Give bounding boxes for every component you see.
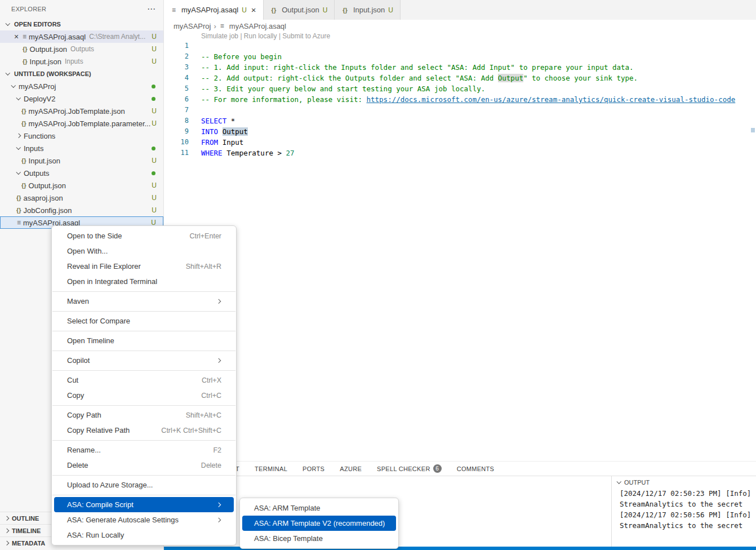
line-number: 5 [164,83,189,94]
submenu-item-asa-arm-template[interactable]: ASA: ARM Template [240,500,398,516]
code-editor[interactable]: 12-- Before you begin3-- 1. Add input: r… [164,41,756,158]
editor-tab-myasaproj-asaql[interactable]: ≡myASAProj.asaqlU× [164,0,264,20]
menu-item-open-timeline[interactable]: Open Timeline [52,333,236,348]
line-number: 1 [164,41,189,51]
menu-item-upload-to-azure-storage[interactable]: Upload to Azure Storage... [52,477,236,493]
code-line: 2-- Before you begin [164,51,756,62]
git-status-badge: U [242,6,247,14]
submenu-item-asa-bicep-template[interactable]: ASA: Bicep Template [240,531,398,546]
menu-item-reveal-in-file-explorer[interactable]: Reveal in File ExplorerShift+Alt+R [52,259,236,274]
code-token: WHERE [201,149,223,157]
tree-item-deployv2[interactable]: DeployV2 [0,92,163,105]
code-line: 10FROM Input [164,137,756,148]
tree-item-inputs[interactable]: Inputs [0,142,163,154]
chevron-down-icon [15,170,21,176]
menu-item-label: Open in Integrated Terminal [67,277,157,286]
chevron-down-icon [15,145,21,152]
breadcrumb-folder[interactable]: myASAProj [174,22,211,30]
chevron-right-icon [215,357,221,363]
line-number: 8 [164,116,189,126]
tree-item-myasaproj-jobtemplate-json[interactable]: {}myASAProj.JobTemplate.jsonU [0,105,163,117]
menu-item-label: Cut [67,376,78,384]
git-status-badge: U [152,119,157,127]
menu-item-label: ASA: ARM Template V2 (recommended) [254,519,385,527]
code-token: 27 [286,149,295,157]
breadcrumb-file[interactable]: myASAProj.asaql [229,22,286,30]
menu-item-select-for-compare[interactable]: Select for Compare [52,313,236,329]
menu-item-open-in-integrated-terminal[interactable]: Open in Integrated Terminal [52,274,236,289]
menu-separator [52,351,235,351]
tree-item-myasaproj[interactable]: myASAProj [0,80,163,92]
tree-item-asaproj-json[interactable]: {}asaproj.jsonU [0,192,163,204]
menu-item-rename[interactable]: Rename...F2 [52,442,236,458]
submenu-item-asa-arm-template-v2-recommended[interactable]: ASA: ARM Template V2 (recommended) [242,516,396,531]
tree-item-output-json[interactable]: {}Output.jsonU [0,179,163,192]
open-editors-section-header[interactable]: OPEN EDITORS [0,18,163,30]
json-icon: {} [21,157,26,164]
menu-item-asa-generate-autoscale-settings[interactable]: ASA: Generate Autoscale Settings [52,512,236,527]
chevron-right-icon [3,527,10,534]
menu-item-cut[interactable]: CutCtrl+X [52,372,236,388]
workspace-section-header[interactable]: UNTITLED (WORKSPACE) [0,68,163,80]
menu-shortcut: Ctrl+Enter [189,232,221,240]
output-log-line: [2024/12/17 02:50:56 PM] [Info] [620,509,756,520]
menu-item-copy-relative-path[interactable]: Copy Relative PathCtrl+K Ctrl+Shift+C [52,423,236,438]
menu-separator [52,311,235,312]
git-status-badge: U [152,45,157,53]
menu-item-label: ASA: Run Locally [67,531,124,539]
menu-item-delete[interactable]: DeleteDelete [52,458,236,473]
open-editors-label: OPEN EDITORS [14,21,61,28]
close-icon[interactable]: × [11,32,21,41]
codelens-action-submit-to-azure[interactable]: Submit to Azure [282,32,330,40]
output-panel-header[interactable]: OUTPUT [612,476,756,487]
file-icon: ≡ [172,6,176,14]
panel-tab-ports[interactable]: PORTS [303,465,324,472]
menu-item-label: ASA: ARM Template [254,504,321,512]
json-icon: {} [272,7,277,14]
panel-tab-terminal[interactable]: TERMINAL [255,465,287,472]
tree-item-input-json[interactable]: {}Input.jsonU [0,154,163,167]
json-icon: {} [21,108,26,114]
panel-tab-label: AZURE [340,465,362,472]
tree-item-functions[interactable]: Functions [0,130,163,142]
code-token: -- 2. Add output: right-click the Output… [201,74,498,82]
menu-item-label: Open to the Side [67,232,122,240]
menu-item-asa-run-locally[interactable]: ASA: Run Locally [52,527,236,543]
panel-tab-label: COMMENTS [457,465,495,472]
sidebar-title: EXPLORER [11,6,147,12]
open-editor-item-input-json[interactable]: {}Input.jsonInputsU [0,55,163,68]
codelens-action-run-locally[interactable]: Run locally [244,32,277,40]
tree-item-myasaproj-jobtemplate-parameter[interactable]: {}myASAProj.JobTemplate.parameter...U [0,117,163,130]
codelens-action-simulate-job[interactable]: Simulate job [201,32,238,40]
open-editor-item-output-json[interactable]: {}Output.jsonOutputsU [0,43,163,55]
panel-tab-comments[interactable]: COMMENTS [457,465,495,472]
editor-tab-input-json[interactable]: {}Input.jsonU [335,0,401,20]
tree-item-jobconfig-json[interactable]: {}JobConfig.jsonU [0,204,163,216]
file-icon: ≡ [17,219,21,227]
menu-item-copilot[interactable]: Copilot [52,353,236,368]
file-name: DeployV2 [24,95,55,103]
file-name: Input.json [29,157,60,165]
menu-item-copy-path[interactable]: Copy PathShift+Alt+C [52,407,236,423]
panel-tab-azure[interactable]: AZURE [340,465,362,472]
code-line: 7 [164,105,756,116]
menu-item-label: Copy Relative Path [67,426,130,434]
output-log: [2024/12/17 02:50:23 PM] [Info]StreamAna… [612,488,756,531]
menu-item-maven[interactable]: Maven [52,294,236,309]
menu-item-open-to-the-side[interactable]: Open to the SideCtrl+Enter [52,228,236,243]
editor-tab-output-json[interactable]: {}Output.jsonU [264,0,335,20]
more-actions-icon[interactable]: ⋯ [147,4,155,14]
menu-item-copy[interactable]: CopyCtrl+C [52,388,236,403]
open-editor-item-myasaproj-asaql[interactable]: ×≡myASAProj.asaqlC:\Stream Analyt...U [0,30,163,43]
file-name: JobConfig.json [24,206,72,215]
panel-tab-spell-checker[interactable]: SPELL CHECKER6 [377,464,442,473]
file-name: Functions [24,132,55,140]
menu-item-open-with[interactable]: Open With... [52,243,236,259]
menu-item-asa-compile-script[interactable]: ASA: Compile Script [54,497,234,512]
close-icon[interactable]: × [251,5,256,15]
code-text: SELECT * [189,116,235,126]
editor-tabbar: ≡myASAProj.asaqlU×{}Output.jsonU{}Input.… [164,0,756,20]
tree-item-outputs[interactable]: Outputs [0,167,163,179]
chevron-down-icon [616,480,622,486]
code-token: FROM [201,138,218,147]
